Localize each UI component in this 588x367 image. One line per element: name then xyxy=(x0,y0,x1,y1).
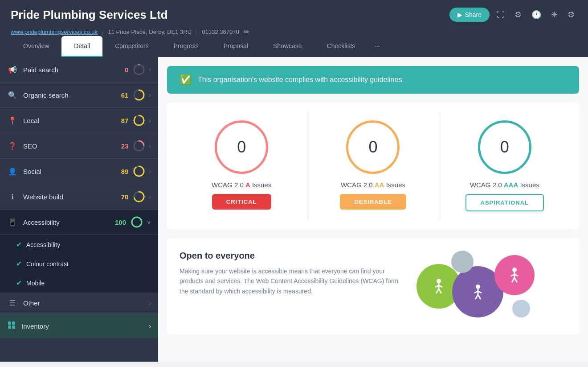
sidebar-item-social[interactable]: 👤 Social 89 › xyxy=(0,159,158,184)
svg-point-24 xyxy=(476,285,480,289)
wcag-aa-card: 0 WCAG 2.0 AA Issues DESIRABLE xyxy=(307,111,438,220)
accessibility-visual xyxy=(416,251,541,322)
chevron-right-icon: › xyxy=(149,193,151,200)
donut-seo xyxy=(133,140,145,152)
donut-paid-search xyxy=(133,63,145,76)
svg-line-35 xyxy=(514,278,517,282)
chevron-right-icon: › xyxy=(149,91,151,99)
header-actions: ▶ Share ⛶ ⚙ 🕐 ✳ ⚙ xyxy=(449,7,577,22)
sidebar-item-paid-search[interactable]: 📢 Paid search 0 › xyxy=(0,57,158,82)
open-paragraph: Making sure your website is accessible m… xyxy=(180,266,402,296)
sidebar-item-organic-search[interactable]: 🔍 Organic search 61 › xyxy=(0,82,158,108)
open-title: Open to everyone xyxy=(180,251,402,261)
chevron-right-icon: › xyxy=(149,168,151,175)
sidebar-sub-item-accessibility[interactable]: ✔ Accessibility xyxy=(0,235,158,254)
svg-point-18 xyxy=(437,279,441,283)
person-icon: 👤 xyxy=(7,167,18,176)
chevron-right-icon: › xyxy=(149,300,151,307)
success-check-icon: ✅ xyxy=(180,74,192,86)
svg-line-28 xyxy=(475,295,478,299)
list-icon: ☰ xyxy=(7,299,18,307)
critical-badge: CRITICAL xyxy=(212,194,271,210)
search-icon: 🔍 xyxy=(7,91,18,99)
chevron-right-icon: › xyxy=(149,117,151,124)
svg-point-9 xyxy=(134,166,144,176)
svg-line-22 xyxy=(436,289,439,293)
location-icon: 📍 xyxy=(7,116,18,125)
tab-proposal[interactable]: Proposal xyxy=(211,36,261,57)
svg-rect-16 xyxy=(8,326,11,329)
expand-button[interactable]: ⛶ xyxy=(494,8,507,22)
inventory-icon xyxy=(7,321,16,332)
chevron-right-icon: › xyxy=(149,66,151,73)
wcag-aa-circle: 0 xyxy=(346,120,400,174)
donut-accessibility xyxy=(131,216,143,228)
grey-circle-small xyxy=(512,300,530,318)
grey-circle-medium xyxy=(451,251,474,273)
tab-detail[interactable]: Detail xyxy=(61,36,102,57)
sidebar-item-seo[interactable]: ❓ SEO 23 › xyxy=(0,133,158,159)
wcag-aaa-label: WCAG 2.0 AAA Issues xyxy=(470,181,539,189)
chevron-down-icon: ∨ xyxy=(147,219,151,226)
sidebar-sub-item-colour-contrast[interactable]: ✔ Colour contrast xyxy=(0,254,158,273)
aspirational-badge: ASPIRATIONAL xyxy=(466,194,544,211)
share-button[interactable]: ▶ Share xyxy=(449,8,490,22)
sidebar-sub-item-mobile[interactable]: ✔ Mobile xyxy=(0,273,158,293)
svg-line-23 xyxy=(439,289,441,293)
sidebar-sub-items: ✔ Accessibility ✔ Colour contrast ✔ Mobi… xyxy=(0,235,158,293)
circles-illustration xyxy=(416,251,541,322)
chevron-right-icon: › xyxy=(149,142,151,149)
wcag-aaa-card: 0 WCAG 2.0 AAA Issues ASPIRATIONAL xyxy=(439,111,570,220)
pink-accessibility-circle xyxy=(494,255,535,295)
desirable-badge: DESIRABLE xyxy=(340,194,406,210)
share-icon: ▶ xyxy=(457,11,462,18)
mobile-icon: 📱 xyxy=(7,218,18,227)
tab-checklists[interactable]: Checklists xyxy=(314,36,368,57)
svg-rect-17 xyxy=(12,326,15,329)
tab-progress[interactable]: Progress xyxy=(161,36,211,57)
check-icon: ✔ xyxy=(16,240,22,249)
svg-point-5 xyxy=(134,115,144,125)
chevron-right-icon: › xyxy=(149,322,151,330)
check-icon: ✔ xyxy=(16,260,22,268)
svg-line-34 xyxy=(512,278,514,282)
donut-organic-search xyxy=(133,89,145,101)
sidebar-item-website-build[interactable]: ℹ Website build 70 › xyxy=(0,184,158,210)
svg-line-29 xyxy=(478,295,481,299)
open-to-everyone-section: Open to everyone Making sure your websit… xyxy=(167,238,579,334)
edit-icon[interactable]: ✏ xyxy=(244,28,249,36)
svg-point-13 xyxy=(132,217,142,227)
website-link[interactable]: www.prideplumbingservices.co.uk xyxy=(11,29,98,35)
donut-website-build xyxy=(133,190,145,203)
sidebar-item-accessibility[interactable]: 📱 Accessibility 100 ∨ xyxy=(0,210,158,235)
tab-bar: Overview Detail Competitors Progress Pro… xyxy=(11,36,577,57)
settings-cog-button[interactable]: ⚙ xyxy=(512,7,524,22)
wcag-aaa-circle: 0 xyxy=(478,120,531,174)
tab-more[interactable]: ··· xyxy=(368,36,387,57)
sidebar-item-local[interactable]: 📍 Local 87 › xyxy=(0,108,158,133)
tab-competitors[interactable]: Competitors xyxy=(102,36,161,57)
main-layout: 📢 Paid search 0 › 🔍 Organic search 61 xyxy=(0,57,588,362)
svg-point-0 xyxy=(134,65,144,74)
tab-overview[interactable]: Overview xyxy=(11,36,61,57)
integration-button[interactable]: ✳ xyxy=(548,7,560,22)
page-title: Pride Plumbing Services Ltd xyxy=(11,8,168,22)
donut-local xyxy=(133,114,145,127)
info-icon: ℹ xyxy=(7,193,18,201)
history-button[interactable]: 🕐 xyxy=(529,7,544,22)
svg-rect-14 xyxy=(8,322,11,325)
accessibility-banner: ✅ This organisation's website complies w… xyxy=(167,66,579,94)
megaphone-icon: 📢 xyxy=(7,66,18,74)
wcag-score-cards: 0 WCAG 2.0 A Issues CRITICAL 0 WCAG 2.0 … xyxy=(167,103,579,229)
gear-button[interactable]: ⚙ xyxy=(565,7,577,22)
donut-social xyxy=(133,165,145,177)
check-icon: ✔ xyxy=(16,279,22,287)
svg-point-30 xyxy=(512,268,517,272)
sidebar: 📢 Paid search 0 › 🔍 Organic search 61 xyxy=(0,57,158,362)
content-area: ✅ This organisation's website complies w… xyxy=(158,57,588,362)
sidebar-item-inventory[interactable]: Inventory › xyxy=(0,314,158,338)
sidebar-item-other[interactable]: ☰ Other › xyxy=(0,293,158,314)
tab-showcase[interactable]: Showcase xyxy=(261,36,314,57)
wcag-a-label: WCAG 2.0 A Issues xyxy=(212,181,271,189)
open-text-block: Open to everyone Making sure your websit… xyxy=(180,251,402,296)
